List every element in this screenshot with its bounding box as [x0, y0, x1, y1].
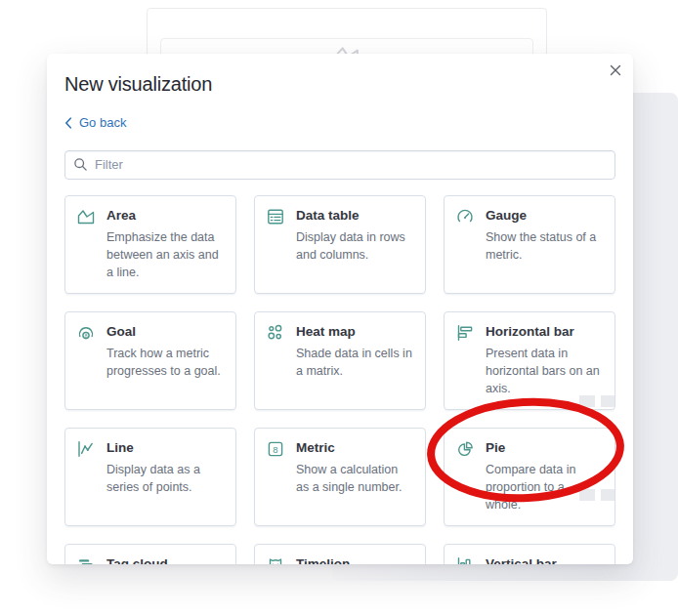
viz-card-description: Compare data in proportion to a whole. — [486, 461, 603, 513]
viz-card-title: Line — [106, 439, 224, 458]
viz-card-gauge[interactable]: GaugeShow the status of a metric. — [444, 195, 615, 294]
viz-card-description: Show the status of a metric. — [486, 228, 603, 264]
svg-text:8: 8 — [273, 443, 277, 454]
go-back-link[interactable]: Go back — [64, 115, 126, 130]
viz-card-vertical-bar[interactable]: Vertical barPresent data in vertical bar… — [444, 544, 615, 565]
new-visualization-modal: New visualization Go back AreaEmphasize … — [47, 54, 633, 564]
horizontal-bar-icon — [456, 324, 474, 342]
data-table-icon — [267, 208, 284, 226]
viz-card-goal[interactable]: 8GoalTrack how a metric progresses to a … — [64, 311, 236, 410]
viz-card-pie[interactable]: PieCompare data in proportion to a whole… — [444, 428, 615, 526]
viz-card-title: Pie — [486, 439, 603, 458]
viz-card-description: Track how a metric progresses to a goal. — [106, 345, 224, 380]
chevron-left-icon — [64, 117, 72, 129]
viz-card-title: Gauge — [486, 207, 603, 226]
viz-card-title: Data table — [296, 207, 413, 226]
search-icon — [73, 157, 88, 172]
line-icon — [77, 440, 95, 458]
viz-card-timelion[interactable]: TimelionShow time series data on a graph… — [254, 544, 426, 565]
go-back-label: Go back — [79, 115, 126, 130]
viz-card-metric[interactable]: 8MetricShow a calculation as a single nu… — [254, 428, 426, 526]
viz-card-tag-cloud[interactable]: Tag cloudDisplay word frequency with fon… — [64, 544, 236, 565]
svg-text:8: 8 — [85, 332, 88, 338]
pie-icon — [456, 440, 474, 458]
viz-card-title: Tag cloud — [106, 555, 224, 565]
viz-card-title: Metric — [296, 439, 413, 458]
viz-card-description: Shade data in cells in a matrix. — [296, 345, 413, 380]
viz-card-description: Display data in rows and columns. — [296, 228, 413, 264]
viz-card-title: Goal — [106, 323, 224, 342]
close-icon — [610, 64, 621, 76]
viz-card-description: Emphasize the data between an axis and a… — [106, 228, 224, 281]
viz-card-data-table[interactable]: Data tableDisplay data in rows and colum… — [254, 195, 426, 294]
viz-card-line[interactable]: LineDisplay data as a series of points. — [64, 428, 236, 526]
viz-card-description: Display data as a series of points. — [106, 461, 224, 496]
checker-artifact — [579, 489, 595, 501]
visualization-card-grid: AreaEmphasize the data between an axis a… — [64, 195, 615, 565]
checker-artifact — [579, 395, 595, 407]
viz-card-title: Horizontal bar — [486, 323, 603, 342]
viz-card-title: Heat map — [296, 323, 413, 342]
close-button[interactable] — [605, 60, 626, 81]
heat-map-icon — [267, 324, 284, 342]
checker-artifact — [601, 395, 614, 407]
screen: New visualization Go back AreaEmphasize … — [0, 0, 678, 616]
viz-card-title: Timelion — [296, 555, 413, 565]
viz-card-description: Present data in horizontal bars on an ax… — [486, 345, 603, 397]
checker-artifact — [601, 489, 614, 501]
viz-card-heat-map[interactable]: Heat mapShade data in cells in a matrix. — [254, 311, 426, 410]
filter-input[interactable] — [64, 150, 615, 180]
viz-card-area[interactable]: AreaEmphasize the data between an axis a… — [64, 195, 236, 294]
timelion-icon — [267, 556, 284, 565]
gauge-icon — [456, 208, 474, 226]
viz-card-title: Vertical bar — [486, 555, 603, 565]
area-icon — [77, 208, 95, 226]
tag-cloud-icon — [77, 556, 95, 565]
viz-card-description: Show a calculation as a single number. — [296, 461, 413, 496]
metric-icon: 8 — [267, 440, 284, 458]
vertical-bar-icon — [456, 556, 474, 565]
viz-card-title: Area — [106, 207, 224, 226]
goal-icon: 8 — [77, 324, 95, 342]
filter-field-wrap — [64, 150, 615, 180]
page-title: New visualization — [64, 73, 615, 96]
